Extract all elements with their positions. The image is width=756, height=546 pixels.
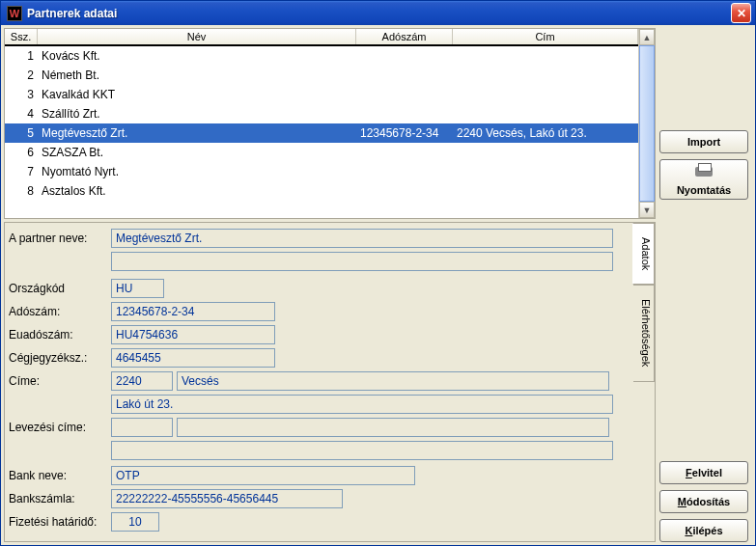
- print-button[interactable]: Nyomtatás: [659, 159, 748, 200]
- right-column: Import Nyomtatás Felvitel Módosítás Kilé…: [659, 28, 752, 542]
- details-panel: A partner neve: Országkód Adószám:: [4, 222, 656, 542]
- label-cegjegyzeksz: Cégjegyzéksz.:: [9, 351, 107, 365]
- col-header-adoszam[interactable]: Adószám: [356, 29, 453, 44]
- col-header-nev[interactable]: Név: [38, 29, 356, 44]
- modositas-rest: ódosítás: [686, 496, 730, 507]
- table-row[interactable]: 7Nyomtató Nyrt.: [5, 162, 638, 181]
- label-fizetesi: Fizetési határidő:: [9, 515, 107, 529]
- window: W Partnerek adatai ✕ Ssz. Név Adószám Cí…: [0, 0, 756, 546]
- input-partner-neve[interactable]: [111, 229, 613, 248]
- cell-ssz: 1: [5, 49, 38, 63]
- table-row[interactable]: 4Szállító Zrt.: [5, 104, 638, 123]
- cell-ssz: 3: [5, 88, 38, 101]
- scroll-thumb[interactable]: [639, 45, 655, 202]
- partners-table: Ssz. Név Adószám Cím 1Kovács Kft.2Németh…: [4, 28, 656, 219]
- input-irsz[interactable]: [111, 371, 173, 391]
- kilepes-button[interactable]: Kilépés: [659, 519, 748, 542]
- input-utca[interactable]: [111, 395, 613, 414]
- cell-nev: Németh Bt.: [38, 68, 356, 82]
- input-lev-varos[interactable]: [177, 418, 609, 437]
- cell-ssz: 5: [5, 126, 38, 140]
- input-partner-neve-2[interactable]: [111, 252, 613, 271]
- input-lev-irsz[interactable]: [111, 418, 173, 437]
- vertical-scrollbar[interactable]: ▲ ▼: [638, 29, 655, 218]
- cell-nev: Megtévesztő Zrt.: [38, 126, 356, 140]
- label-levelezesi: Levezési címe:: [9, 421, 107, 434]
- label-bankszamla: Bankszámla:: [9, 492, 107, 505]
- printer-icon: [693, 163, 714, 180]
- input-bankszamla[interactable]: [111, 489, 343, 508]
- cell-nev: Kovács Kft.: [38, 49, 356, 63]
- label-adoszam: Adószám:: [9, 305, 107, 318]
- input-adoszam[interactable]: [111, 302, 275, 321]
- kilepes-rest: ilépés: [692, 525, 722, 536]
- print-button-label: Nyomtatás: [677, 184, 731, 196]
- felvitel-rest: elvitel: [692, 467, 722, 478]
- spacer: [659, 205, 752, 455]
- cell-ssz: 2: [5, 68, 38, 82]
- tab-adatok[interactable]: Adatok: [632, 223, 655, 285]
- left-column: Ssz. Név Adószám Cím 1Kovács Kft.2Németh…: [4, 28, 656, 542]
- window-title: Partnerek adatai: [27, 7, 731, 20]
- table-header: Ssz. Név Adószám Cím: [5, 29, 638, 46]
- scroll-down-icon[interactable]: ▼: [639, 202, 655, 218]
- label-orszagkod: Országkód: [9, 282, 107, 295]
- cell-cim: 2240 Vecsés, Lakó út 23.: [453, 126, 638, 140]
- cell-nev: Asztalos Kft.: [38, 184, 356, 198]
- label-partner-neve: A partner neve:: [9, 232, 107, 245]
- modositas-button[interactable]: Módosítás: [659, 490, 748, 513]
- cell-ssz: 4: [5, 107, 38, 121]
- app-icon: W: [7, 6, 22, 21]
- table-row[interactable]: 8Asztalos Kft.: [5, 181, 638, 201]
- close-button[interactable]: ✕: [731, 3, 751, 23]
- col-header-ssz[interactable]: Ssz.: [5, 29, 38, 44]
- side-tabs: Adatok Elérhetőségek: [633, 223, 655, 541]
- tab-elerhetosegek[interactable]: Elérhetőségek: [633, 285, 655, 381]
- felvitel-button[interactable]: Felvitel: [659, 461, 748, 484]
- label-cime: Címe:: [9, 374, 107, 388]
- cell-nev: SZASZA Bt.: [38, 146, 356, 159]
- label-euadoszam: Euadószám:: [9, 328, 107, 341]
- scroll-up-icon[interactable]: ▲: [639, 29, 655, 45]
- table-row[interactable]: 3Kavalkád KKT: [5, 85, 638, 104]
- import-button[interactable]: Import: [659, 130, 748, 153]
- table-row[interactable]: 1Kovács Kft.: [5, 46, 638, 66]
- body: Ssz. Név Adószám Cím 1Kovács Kft.2Németh…: [1, 25, 755, 545]
- cell-ssz: 8: [5, 184, 38, 198]
- input-cegjegyzeksz[interactable]: [111, 348, 275, 368]
- input-euadoszam[interactable]: [111, 325, 275, 344]
- titlebar: W Partnerek adatai ✕: [1, 1, 755, 25]
- cell-ssz: 6: [5, 146, 38, 159]
- input-fizetesi[interactable]: [111, 512, 159, 532]
- input-orszagkod[interactable]: [111, 279, 164, 298]
- input-bank-neve[interactable]: [111, 466, 415, 485]
- cell-nev: Kavalkád KKT: [38, 88, 356, 101]
- input-lev-utca[interactable]: [111, 441, 613, 460]
- label-bank-neve: Bank neve:: [9, 469, 107, 482]
- cell-adoszam: 12345678-2-34: [356, 126, 453, 140]
- cell-nev: Szállító Zrt.: [38, 107, 356, 121]
- cell-ssz: 7: [5, 165, 38, 178]
- cell-nev: Nyomtató Nyrt.: [38, 165, 356, 178]
- table-row[interactable]: 6SZASZA Bt.: [5, 143, 638, 162]
- table-body: 1Kovács Kft.2Németh Bt.3Kavalkád KKT4Szá…: [5, 46, 638, 218]
- table-row[interactable]: 5Megtévesztő Zrt.12345678-2-342240 Vecsé…: [5, 123, 638, 143]
- form: A partner neve: Országkód Adószám:: [5, 223, 633, 541]
- table-row[interactable]: 2Németh Bt.: [5, 66, 638, 85]
- input-varos[interactable]: [177, 371, 609, 391]
- col-header-cim[interactable]: Cím: [453, 29, 638, 44]
